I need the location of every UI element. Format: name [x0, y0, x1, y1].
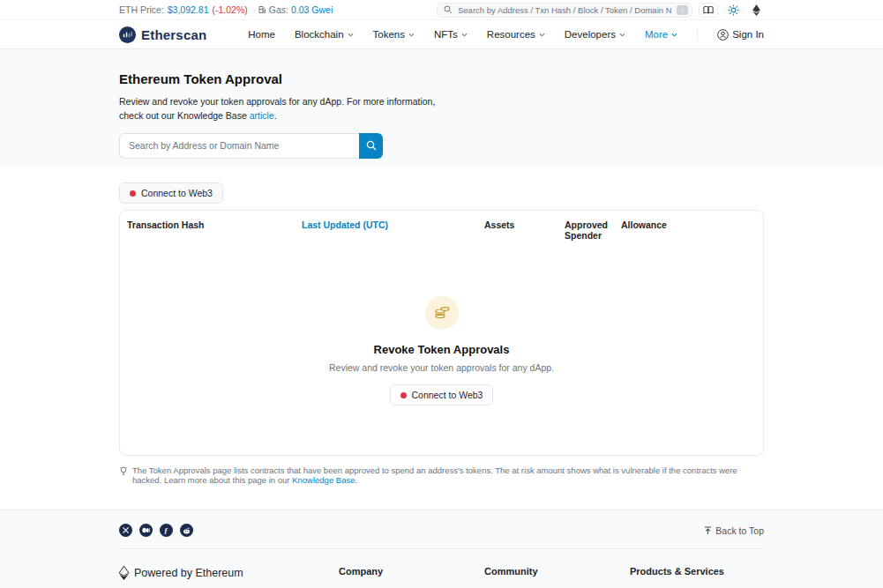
slash-shortcut-badge: / — [677, 5, 688, 15]
footer-column-community: Community API Documentation Knowledge Ba… — [484, 566, 630, 588]
knowledge-base-link[interactable]: Knowledge Base — [292, 475, 355, 485]
gas-label: Gas: — [269, 4, 288, 15]
main-nav: Etherscan Home Blockchain Tokens NFTs Re… — [0, 20, 883, 49]
gas-value[interactable]: 0.03 Gwei — [291, 4, 333, 15]
chevron-down-icon — [671, 33, 677, 37]
footer: f Back to Top Powered by Ethereu — [0, 510, 883, 588]
facebook-icon[interactable]: f — [160, 524, 173, 537]
ethereum-diamond-icon — [119, 566, 129, 580]
address-search-input[interactable] — [119, 133, 359, 159]
sign-in-button[interactable]: Sign In — [717, 29, 764, 41]
nav-item-developers[interactable]: Developers — [565, 29, 625, 40]
coins-icon — [425, 296, 459, 330]
nav-item-resources[interactable]: Resources — [487, 29, 545, 40]
lightbulb-icon — [119, 466, 128, 476]
reddit-icon[interactable] — [180, 524, 193, 537]
x-twitter-icon[interactable] — [119, 524, 132, 537]
light-mode-icon[interactable] — [724, 3, 743, 18]
empty-state-title: Revoke Token Approvals — [374, 343, 510, 356]
nav-item-home[interactable]: Home — [248, 29, 275, 40]
user-icon — [717, 29, 729, 41]
col-allowance: Allowance — [621, 220, 756, 241]
empty-state: Revoke Token Approvals Review and revoke… — [120, 248, 763, 455]
back-to-top-button[interactable]: Back to Top — [704, 525, 764, 536]
eth-price-value[interactable]: $3,092.81 — [168, 4, 209, 15]
ethereum-network-icon[interactable] — [749, 3, 764, 18]
gas-pump-icon — [258, 5, 266, 14]
col-transaction-hash: Transaction Hash — [127, 220, 302, 241]
etherscan-logo-icon — [119, 26, 136, 43]
nav-item-nfts[interactable]: NFTs — [434, 29, 468, 40]
hero-section: Ethereum Token Approval Review and revok… — [0, 49, 883, 167]
book-icon[interactable] — [699, 3, 718, 18]
empty-state-subtitle: Review and revoke your token approvals f… — [329, 362, 554, 373]
footer-column-title: Products & Services — [630, 566, 764, 577]
chevron-down-icon — [408, 33, 415, 37]
col-assets: Assets — [484, 220, 565, 241]
status-dot-icon — [400, 392, 407, 398]
arrow-to-top-icon — [704, 526, 712, 535]
nav-item-more[interactable]: More — [645, 29, 677, 40]
page-tip: The Token Approvals page lists contracts… — [119, 465, 764, 485]
brand-name: Etherscan — [141, 27, 206, 42]
knowledge-base-article-link[interactable]: article — [250, 110, 274, 121]
connect-web3-button-empty-state[interactable]: Connect to Web3 — [390, 384, 494, 406]
status-dot-icon — [130, 190, 136, 197]
medium-icon[interactable] — [139, 524, 153, 537]
approvals-table-card: Transaction Hash Last Updated (UTC) Asse… — [119, 210, 764, 456]
table-header-row: Transaction Hash Last Updated (UTC) Asse… — [120, 211, 763, 248]
eth-price-label: ETH Price: — [119, 4, 164, 15]
page-title: Ethereum Token Approval — [119, 71, 764, 86]
chevron-down-icon — [619, 33, 625, 37]
search-icon — [366, 140, 377, 151]
page-description: Review and revoke your token approvals f… — [119, 94, 454, 123]
chevron-down-icon — [348, 33, 354, 37]
main-content: Connect to Web3 Transaction Hash Last Up… — [0, 167, 883, 485]
chevron-down-icon — [461, 33, 468, 37]
footer-column-products: Products & Services Advertise Explorer a… — [630, 566, 764, 588]
approval-search — [119, 133, 383, 159]
global-search: / — [437, 3, 692, 18]
powered-by-ethereum: Powered by Ethereum — [119, 566, 339, 580]
col-last-updated-sort[interactable]: Last Updated (UTC) — [302, 220, 484, 241]
footer-column-title: Community — [484, 566, 630, 577]
col-approved-spender: Approved Spender — [565, 220, 621, 241]
nav-item-blockchain[interactable]: Blockchain — [295, 29, 354, 40]
chevron-down-icon — [539, 33, 545, 37]
nav-item-tokens[interactable]: Tokens — [373, 29, 415, 40]
search-icon — [444, 5, 453, 14]
topbar: ETH Price: $3,092.81 (-1.02%) Gas: 0.03 … — [0, 0, 883, 20]
etherscan-logo[interactable]: Etherscan — [119, 26, 206, 43]
eth-price-change: (-1.02%) — [212, 4, 247, 15]
connect-web3-button[interactable]: Connect to Web3 — [119, 182, 223, 204]
footer-column-company: Company About Us Brand Assets Contact Us… — [339, 566, 484, 588]
search-submit-button[interactable] — [359, 133, 383, 159]
svg-text:f: f — [164, 526, 168, 534]
global-search-input[interactable] — [458, 5, 671, 15]
footer-column-title: Company — [339, 566, 484, 577]
nav-divider — [697, 28, 698, 41]
